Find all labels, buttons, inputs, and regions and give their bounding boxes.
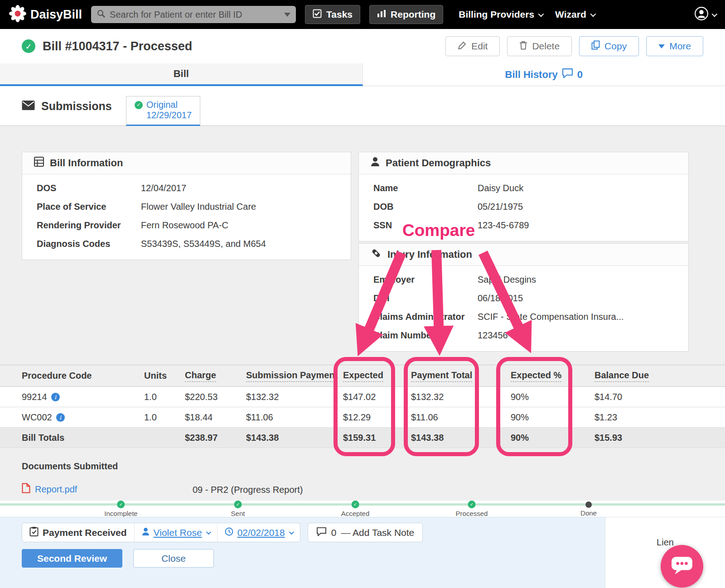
chevron-down-icon (538, 11, 544, 17)
brand-name: DaisyBill (30, 8, 82, 22)
person-icon (142, 527, 150, 538)
close-button[interactable]: Close (133, 549, 214, 568)
col-submission-payment: Submission Payment (246, 370, 343, 382)
progress-step-incomplete: ✓ Incomplete (104, 501, 137, 517)
col-balance-due: Balance Due (594, 370, 703, 382)
wizard-menu[interactable]: Wizard (555, 9, 594, 20)
comment-bubble-icon (562, 68, 573, 81)
info-row: Claims AdministratorSCIF - State Compens… (373, 308, 676, 326)
step-check-icon: ✓ (117, 501, 125, 508)
bill-header: ✓ Bill #1004317 - Processed Edit Delete … (0, 29, 725, 63)
tab-bill[interactable]: Bill (0, 63, 363, 86)
step-check-icon: ✓ (234, 501, 242, 508)
info-row: DOI06/18/2015 (373, 289, 676, 308)
edit-button[interactable]: Edit (445, 36, 500, 56)
task-panel: Payment Received Violet Rose 02/02/2018 (0, 517, 605, 588)
second-review-button[interactable]: Second Review (22, 549, 122, 568)
account-menu[interactable] (694, 6, 716, 23)
search-dropdown-caret-icon[interactable] (284, 13, 290, 17)
search-icon (97, 9, 106, 20)
copy-icon (591, 40, 600, 52)
panel-title: Injury Information (387, 249, 472, 260)
comment-bubble-icon (316, 527, 327, 539)
highlight-ring-expected-pct (496, 357, 572, 456)
person-icon (371, 157, 380, 169)
main-tabs: Bill Bill History 0 (0, 63, 725, 86)
trash-icon (519, 41, 527, 52)
check-icon: ✓ (135, 101, 143, 109)
processed-check-icon: ✓ (22, 39, 35, 53)
documents-submitted-heading: Documents Submitted (22, 461, 118, 472)
add-task-note-button[interactable]: 0 — Add Task Note (308, 523, 423, 542)
step-check-icon: ✓ (468, 501, 476, 508)
document-link[interactable]: Report.pdf (35, 484, 77, 495)
info-row: EmployerSapid Desgins (373, 270, 676, 289)
pencil-icon (458, 41, 467, 52)
step-pending-icon (585, 501, 592, 508)
ledger-icon (34, 157, 44, 169)
info-row: Place of ServiceFlower Valley Industrial… (37, 198, 338, 216)
document-type: 09 - PR2 (Progress Report) (193, 485, 303, 495)
compare-annotation: Compare (402, 221, 475, 240)
delete-button[interactable]: Delete (507, 36, 572, 56)
chevron-down-icon (712, 11, 718, 17)
progress-step-sent: ✓ Sent (231, 501, 245, 517)
info-row: Diagnosis CodesS53439S, S53449S, and M65… (37, 235, 338, 253)
progress-step-done: Done (580, 501, 597, 517)
due-date-dropdown[interactable]: 02/02/2018 (217, 523, 300, 542)
reporting-button[interactable]: Reporting (369, 5, 443, 24)
chevron-down-icon (590, 11, 596, 17)
clipboard-icon (29, 526, 39, 539)
page-title: Bill #1004317 - Processed (43, 39, 192, 53)
info-row: DOS12/04/2017 (37, 179, 338, 198)
panel-title: Patient Demographics (386, 157, 491, 169)
bill-actions: Edit Delete Copy More (445, 36, 703, 56)
payment-received-label: Payment Received (22, 523, 134, 542)
top-navigation-bar: DaisyBill Tasks Reporting Billing Provid… (0, 0, 725, 29)
daisy-flower-icon (9, 5, 26, 24)
bill-progress-tracker: ✓ Incomplete ✓ Sent ✓ Accepted ✓ Process… (0, 501, 725, 517)
tasks-checkbox-icon (313, 9, 322, 20)
support-chat-button[interactable] (661, 545, 703, 588)
col-procedure-code: Procedure Code (22, 371, 144, 381)
billing-providers-menu[interactable]: Billing Providers (459, 9, 542, 20)
lien-label: Lien (657, 537, 674, 547)
info-row: DOB05/21/1975 (373, 198, 676, 216)
info-row: Rendering ProviderFern Rosewood PA-C (37, 216, 338, 235)
document-row: Report.pdf (22, 483, 77, 496)
tasks-button[interactable]: Tasks (305, 5, 360, 24)
bar-chart-icon (377, 9, 386, 20)
chevron-down-icon (206, 529, 211, 534)
chat-bubble-icon (671, 555, 693, 578)
global-search[interactable] (91, 6, 296, 23)
tab-bill-history[interactable]: Bill History 0 (363, 63, 725, 86)
injury-information-panel: Injury Information EmployerSapid Desgins… (358, 243, 689, 352)
info-icon[interactable]: i (51, 393, 60, 401)
pdf-file-icon (22, 483, 30, 496)
col-charge: Charge (185, 370, 246, 382)
progress-step-accepted: ✓ Accepted (341, 501, 370, 517)
panel-title: Bill Information (50, 157, 123, 169)
info-icon[interactable]: i (56, 413, 65, 422)
bill-information-panel: Bill Information DOS12/04/2017 Place of … (22, 152, 351, 260)
daisybill-logo[interactable]: DaisyBill (9, 5, 82, 24)
envelope-icon (22, 100, 35, 113)
assignee-dropdown[interactable]: Violet Rose (134, 523, 217, 542)
submissions-heading[interactable]: Submissions (22, 100, 112, 113)
tab-original-submission[interactable]: ✓ Original 12/29/2017 (126, 96, 200, 126)
task-control-group: Payment Received Violet Rose 02/02/2018 (22, 523, 300, 542)
bandage-icon (371, 248, 382, 261)
highlight-ring-expected (334, 357, 395, 456)
triangle-down-icon (658, 44, 665, 48)
col-units: Units (144, 371, 185, 381)
user-avatar-icon (694, 6, 709, 23)
info-row: NameDaisy Duck (373, 179, 676, 198)
submissions-bar: Submissions ✓ Original 12/29/2017 (0, 86, 725, 126)
clock-icon (225, 527, 233, 538)
copy-button[interactable]: Copy (579, 36, 639, 56)
info-row: Claim Number123456 (373, 326, 676, 345)
search-input[interactable] (110, 10, 280, 20)
progress-step-processed: ✓ Processed (456, 501, 488, 517)
bill-footer: ✓ Incomplete ✓ Sent ✓ Accepted ✓ Process… (0, 501, 725, 588)
more-button[interactable]: More (646, 36, 703, 56)
